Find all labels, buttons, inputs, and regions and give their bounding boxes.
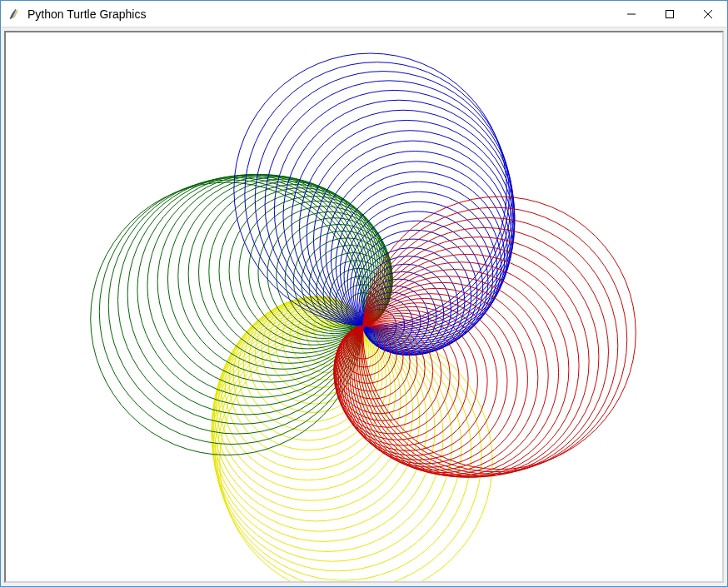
maximize-icon: [666, 10, 674, 18]
minimize-button[interactable]: [612, 1, 651, 27]
maximize-button[interactable]: [651, 1, 689, 27]
turtle-drawing: [6, 32, 722, 581]
close-button[interactable]: [689, 1, 727, 27]
close-icon: [704, 10, 712, 18]
svg-point-59: [127, 175, 367, 415]
window-title: Python Turtle Graphics: [27, 7, 612, 21]
minimize-icon: [627, 10, 636, 18]
svg-point-29: [212, 321, 452, 561]
app-window: Python Turtle Graphics: [0, 0, 728, 587]
client-area: [1, 27, 727, 586]
turtle-canvas: [4, 31, 724, 583]
svg-rect-1: [666, 10, 674, 17]
window-controls: [612, 1, 727, 27]
svg-point-89: [274, 90, 514, 330]
titlebar[interactable]: Python Turtle Graphics: [1, 1, 727, 27]
svg-point-119: [359, 237, 599, 477]
python-turtle-feather-icon: [7, 7, 21, 21]
